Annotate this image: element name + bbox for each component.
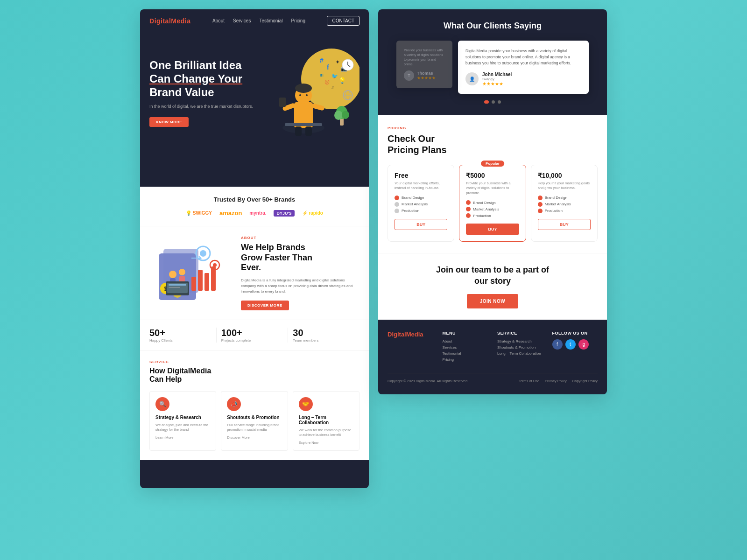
hero-subtitle: In the world of digital, we are the true… [149, 104, 261, 110]
about-text: ABOUT We Help Brands Grow Faster Than Ev… [241, 236, 359, 310]
svg-rect-44 [204, 273, 209, 291]
stat-clients-number: 50+ [149, 328, 211, 338]
footer-shoutouts-link[interactable]: Shoutouts & Promotion [497, 345, 543, 350]
strategy-desc: We analyse, plan and execute the strateg… [155, 423, 210, 433]
feature-icon-gray [395, 202, 399, 207]
about-section: $ $ ABOUT [140, 226, 369, 320]
svg-rect-19 [295, 126, 302, 136]
hero-title: One Brilliant Idea Can Change Your Brand… [149, 59, 261, 99]
svg-point-35 [200, 250, 206, 257]
collaboration-name: Long – Term Collaboration [299, 415, 353, 425]
nav-about[interactable]: About [212, 18, 225, 23]
footer-collab-link[interactable]: Long – Term Collaboration [497, 351, 543, 356]
hero-title-line3: Brand Value [149, 86, 214, 98]
stat-team-label: Team members [293, 338, 355, 343]
hero-cta-button[interactable]: KNOW MORE [149, 117, 189, 127]
about-description: DigitalMedia is a fully integrated marke… [241, 278, 359, 294]
svg-point-30 [334, 111, 343, 120]
svg-point-13 [295, 84, 312, 93]
services-label: SERVICE [149, 360, 359, 364]
services-dark-footer [140, 460, 369, 488]
shoutouts-link[interactable]: Discover More [227, 435, 282, 440]
svg-rect-52 [169, 284, 186, 286]
feat-icon-a [538, 196, 543, 200]
footer-testimonial-link[interactable]: Testimonial [443, 351, 488, 356]
join-title: Join our team to be a part of our story [388, 265, 598, 287]
nav-testimonial[interactable]: Testimonial [259, 18, 282, 23]
service-card-shoutouts: 📣 Shoutouts & Promotion Full service ran… [221, 391, 288, 451]
free-plan-desc: Your digital marketing efforts, instead … [395, 181, 447, 191]
strategy-name: Strategy & Research [155, 415, 210, 420]
privacy-link[interactable]: Privacy Policy [545, 379, 567, 383]
author-name: John Michael [482, 72, 512, 77]
footer-pricing-link[interactable]: Pricing [443, 357, 488, 362]
svg-rect-45 [211, 266, 216, 291]
twitter-icon[interactable]: t [565, 339, 576, 350]
svg-rect-42 [191, 277, 196, 291]
svg-text:💡: 💡 [338, 77, 346, 84]
footer-services-link[interactable]: Services [443, 345, 488, 350]
brands-list: 💡 SWIGGY amazon myntra. BYJU'S ⚡ rapido [149, 210, 359, 217]
svg-text:✦: ✦ [335, 59, 340, 65]
svg-text:f: f [327, 63, 329, 71]
free-buy-button[interactable]: BUY [395, 219, 447, 230]
free-feature-2: Market Analysis [395, 202, 447, 207]
copyright-policy-link[interactable]: Copyright Policy [572, 379, 598, 383]
testimonial-secondary-text: Provide your business with a variety of … [404, 48, 445, 66]
footer-service-col: SERVICE Strategy & Research Shoutouts & … [497, 331, 543, 364]
footer-strategy-link[interactable]: Strategy & Research [497, 339, 543, 343]
10000-plan-desc: Help you hit your marketing goals and gr… [538, 181, 591, 191]
terms-link[interactable]: Terms of Use [519, 379, 539, 383]
hero-content: One Brilliant Idea Can Change Your Brand… [140, 32, 369, 158]
10000-feature-3: Production [538, 209, 591, 213]
5000-buy-button[interactable]: BUY [466, 224, 519, 235]
facebook-icon[interactable]: f [552, 339, 563, 350]
footer-brand-rest: igitalMedia [392, 331, 423, 338]
stat-clients-label: Happy Clients [149, 338, 211, 343]
slider-dots [388, 100, 598, 104]
services-section: SERVICE How DigitalMedia Can Help 🔍 Stra… [140, 350, 369, 460]
testimonial-secondary-left: Provide your business with a variety of … [396, 41, 452, 88]
secondary-author-name: Thomas [417, 71, 436, 76]
footer-social-col: FOLLOW US ON f t ig [552, 331, 598, 364]
about-title: We Help Brands Grow Faster Than Ever. [241, 243, 359, 273]
svg-point-37 [213, 263, 217, 267]
shoutouts-desc: Full service range including brand promo… [227, 423, 282, 433]
feat-icon-2 [466, 207, 471, 211]
nav-services[interactable]: Services [233, 18, 251, 23]
dot-2[interactable] [492, 100, 495, 104]
secondary-stars: ★★★★★ [417, 76, 436, 80]
author-stars: ★★★★★ [482, 81, 512, 86]
hero-section: DigitalMedia About Services Testimonial … [140, 9, 369, 187]
dot-1[interactable] [484, 100, 489, 104]
stat-team: 30 Team members [288, 328, 359, 343]
about-label: ABOUT [241, 236, 359, 240]
hero-title-line1: One Brilliant Idea [149, 59, 241, 71]
10000-buy-button[interactable]: BUY [538, 219, 591, 230]
instagram-icon[interactable]: ig [578, 339, 589, 350]
contact-button[interactable]: CONTACT [327, 16, 359, 26]
collaboration-link[interactable]: Explore Now [299, 441, 353, 445]
5000-plan-name: ₹5000 [466, 172, 519, 179]
collaboration-desc: We work for the common purpose to achiev… [299, 428, 353, 438]
footer-section: DigitalMedia MENU About Services Testimo… [378, 320, 607, 394]
svg-text:#: # [320, 56, 324, 64]
footer-about-link[interactable]: About [443, 339, 488, 343]
10000-feature-1: Brand Design [538, 196, 591, 200]
right-panel: What Our Clients Saying Provide your bus… [378, 9, 607, 394]
join-button[interactable]: JOIN NOW [467, 294, 519, 308]
footer-brand-prefix: D [388, 331, 392, 338]
services-header: SERVICE How DigitalMedia Can Help [149, 360, 359, 384]
nav-pricing[interactable]: Pricing [291, 18, 305, 23]
footer-top: DigitalMedia MENU About Services Testimo… [388, 331, 598, 364]
strategy-link[interactable]: Learn More [155, 435, 210, 440]
free-feature-1: Brand Design [395, 196, 447, 200]
about-cta-button[interactable]: DISCOVER MORE [241, 301, 289, 310]
svg-rect-43 [198, 270, 203, 291]
testimonials-title: What Our Clients Saying [388, 21, 598, 31]
dot-3[interactable] [498, 100, 501, 104]
brand-byjus: BYJU'S [274, 210, 294, 217]
secondary-avatar: T [404, 70, 414, 81]
svg-point-46 [169, 271, 176, 278]
brand-amazon: amazon [219, 210, 242, 217]
